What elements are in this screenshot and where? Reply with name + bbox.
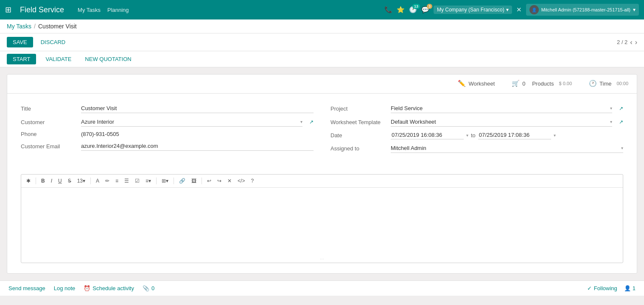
customer-select[interactable]: ▾ bbox=[81, 117, 302, 127]
chat-icon[interactable]: 💬 3 bbox=[421, 6, 429, 14]
rte-toolbar: ✱ B I U S̶ 13▾ A ✏ ≡ ☰ ☑ ≡▾ ⊞▾ 🔗 🖼 bbox=[21, 175, 623, 188]
assigned-select[interactable]: ▾ bbox=[391, 144, 623, 153]
rte-resize-handle[interactable]: ⋯ bbox=[21, 255, 623, 263]
email-label: Customer Email bbox=[21, 143, 76, 150]
assigned-input[interactable] bbox=[391, 145, 619, 151]
rte-sep-2 bbox=[90, 177, 91, 184]
follower-count[interactable]: 👤 1 bbox=[624, 285, 636, 291]
date-to-arrow[interactable]: ▾ bbox=[554, 133, 556, 138]
timer-icon[interactable]: 🕐 13 bbox=[409, 6, 417, 14]
save-button[interactable]: SAVE bbox=[7, 37, 33, 47]
rte-fontsize[interactable]: 13▾ bbox=[76, 177, 87, 185]
rte-clear[interactable]: ✕ bbox=[226, 177, 233, 185]
phone-icon[interactable]: 📞 bbox=[384, 6, 392, 14]
main-content: ✏️ Worksheet 🛒 0 Products $ 0.00 🕐 Time … bbox=[0, 67, 644, 280]
tab-products-count: 0 bbox=[522, 80, 525, 87]
breadcrumb-parent[interactable]: My Tasks bbox=[7, 23, 31, 30]
phone-value: (870)-931-0505 bbox=[81, 131, 314, 137]
rte-image[interactable]: 🖼 bbox=[190, 177, 198, 185]
rte-code[interactable]: </> bbox=[236, 177, 246, 185]
user-avatar: 👤 bbox=[529, 5, 539, 14]
rte-italic[interactable]: I bbox=[49, 177, 54, 185]
pagination-text: 2 / 2 bbox=[617, 39, 627, 45]
worksheet-template-select[interactable]: ▾ bbox=[391, 117, 612, 127]
customer-input[interactable] bbox=[81, 119, 299, 125]
rte-redo[interactable]: ↪ bbox=[216, 177, 223, 185]
grid-menu-icon[interactable]: ⊞ bbox=[5, 5, 11, 14]
user-name: Mitchell Admin (572188-master-251715-all… bbox=[541, 7, 630, 12]
breadcrumb-separator: / bbox=[34, 23, 36, 30]
date-range: ▾ to ▾ bbox=[391, 131, 623, 139]
date-from-arrow[interactable]: ▾ bbox=[466, 133, 468, 138]
project-external-link[interactable]: ↗ bbox=[619, 105, 623, 111]
title-label: Title bbox=[21, 105, 76, 112]
rte-checkbox[interactable]: ☑ bbox=[133, 177, 141, 185]
nav-my-tasks[interactable]: My Tasks bbox=[78, 7, 101, 13]
status-bar: START VALIDATE NEW QUOTATION bbox=[0, 51, 644, 67]
log-note-button[interactable]: Log note bbox=[54, 285, 76, 291]
form-card: ✏️ Worksheet 🛒 0 Products $ 0.00 🕐 Time … bbox=[7, 74, 637, 274]
form-section-right: Project ▾ ↗ Worksheet Template ▾ bbox=[330, 104, 623, 157]
rte-ol[interactable]: ☰ bbox=[123, 177, 131, 185]
schedule-activity-button[interactable]: ⏰ Schedule activity bbox=[84, 285, 134, 291]
tab-products[interactable]: 🛒 0 Products $ 0.00 bbox=[503, 75, 580, 93]
user-menu[interactable]: 👤 Mitchell Admin (572188-master-251715-a… bbox=[526, 4, 639, 16]
discard-button[interactable]: DISCARD bbox=[36, 37, 70, 47]
date-from-input[interactable] bbox=[391, 131, 464, 139]
pagination-prev[interactable]: ‹ bbox=[630, 39, 632, 46]
rte-underline[interactable]: U bbox=[56, 177, 64, 185]
rte-help[interactable]: ? bbox=[249, 177, 255, 185]
project-select[interactable]: ▾ bbox=[391, 104, 612, 113]
timer-badge: 13 bbox=[412, 4, 420, 9]
rte-link[interactable]: 🔗 bbox=[177, 177, 187, 185]
cart-icon: 🛒 bbox=[512, 80, 520, 87]
nav-planning[interactable]: Planning bbox=[107, 7, 129, 13]
activity-count-button[interactable]: 📎 0 bbox=[143, 285, 154, 291]
rte-content-area[interactable] bbox=[21, 188, 623, 255]
rte-color[interactable]: A bbox=[94, 177, 101, 185]
tab-products-price: $ 0.00 bbox=[559, 81, 572, 86]
assigned-label: Assigned to bbox=[330, 145, 386, 152]
pagination-next[interactable]: › bbox=[635, 39, 637, 46]
new-quotation-button[interactable]: NEW QUOTATION bbox=[81, 54, 135, 64]
assigned-dropdown-arrow: ▾ bbox=[621, 146, 623, 150]
send-message-button[interactable]: Send message bbox=[8, 285, 45, 291]
form-row-assigned: Assigned to ▾ bbox=[330, 144, 623, 153]
rte-bold[interactable]: B bbox=[39, 177, 47, 185]
breadcrumb-current: Customer Visit bbox=[38, 23, 77, 30]
rte-align[interactable]: ≡▾ bbox=[144, 177, 153, 185]
tab-products-label: Products bbox=[532, 80, 554, 87]
rte-special-icon[interactable]: ✱ bbox=[25, 177, 32, 185]
project-input[interactable] bbox=[391, 105, 608, 111]
form-row-customer: Customer ▾ ↗ bbox=[21, 117, 314, 127]
validate-button[interactable]: VALIDATE bbox=[41, 54, 76, 64]
close-icon[interactable]: ✕ bbox=[516, 6, 522, 14]
rte-table[interactable]: ⊞▾ bbox=[160, 177, 170, 185]
person-icon: 👤 bbox=[624, 285, 631, 291]
tab-time-label: Time bbox=[599, 80, 611, 87]
date-to-input[interactable] bbox=[478, 131, 551, 139]
email-input[interactable] bbox=[81, 141, 314, 151]
phone-label: Phone bbox=[21, 131, 76, 137]
rte-ul[interactable]: ≡ bbox=[114, 177, 120, 185]
title-input[interactable] bbox=[81, 104, 314, 113]
tab-worksheet[interactable]: ✏️ Worksheet bbox=[449, 75, 503, 93]
rte-strikethrough[interactable]: S̶ bbox=[66, 177, 73, 185]
star-icon[interactable]: ⭐ bbox=[397, 6, 405, 14]
customer-dropdown-arrow: ▾ bbox=[300, 119, 302, 124]
rte-undo[interactable]: ↩ bbox=[205, 177, 213, 185]
paperclip-icon: 📎 bbox=[143, 285, 149, 291]
customer-external-link[interactable]: ↗ bbox=[309, 119, 314, 125]
company-selector[interactable]: My Company (San Francisco) ▾ bbox=[434, 6, 512, 14]
rte-sep-3 bbox=[156, 177, 157, 184]
start-button[interactable]: START bbox=[7, 54, 36, 64]
rte-highlight[interactable]: ✏ bbox=[104, 177, 111, 185]
action-bar-left: SAVE DISCARD bbox=[7, 37, 70, 47]
rte-sep-1 bbox=[36, 177, 36, 184]
tab-time[interactable]: 🕐 Time 00:00 bbox=[580, 75, 637, 93]
schedule-activity-icon: ⏰ bbox=[84, 285, 90, 291]
worksheet-template-input[interactable] bbox=[391, 119, 608, 125]
customer-label: Customer bbox=[21, 119, 76, 125]
worksheet-template-external-link[interactable]: ↗ bbox=[619, 119, 623, 125]
following-button[interactable]: ✓ Following bbox=[587, 285, 617, 291]
